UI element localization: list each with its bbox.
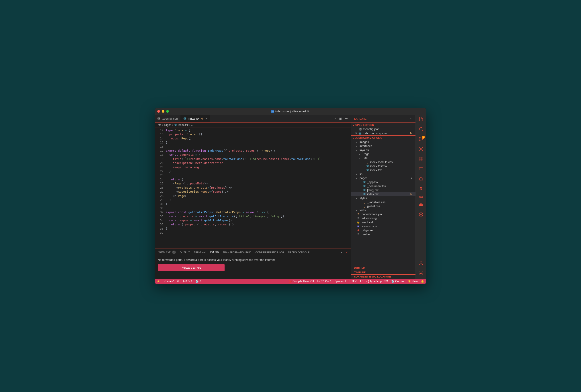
open-editors-section[interactable]: ⌄ OPEN EDITORS	[351, 122, 416, 127]
close-icon[interactable]: ✕	[346, 251, 348, 254]
more-icon[interactable]: ⋯	[345, 117, 348, 120]
eol[interactable]: LF	[360, 280, 363, 283]
problems-indicator[interactable]: ⊘ 0 ⚠ 1	[182, 280, 192, 283]
notifications-icon[interactable]: 🔔	[421, 280, 424, 283]
sync-icon[interactable]: ⟳	[177, 280, 179, 283]
tree-folder[interactable]: ▸interfaces	[351, 144, 416, 148]
body: ⊙ tsconfig.json index.tsx M ✕ ⇄ ◫ ⋯	[154, 115, 426, 279]
more-icon[interactable]: ⋯	[420, 222, 422, 226]
tree-folder[interactable]: ▾pages●	[351, 176, 416, 180]
panel-tab-debug-console[interactable]: DEBUG CONSOLE	[288, 251, 310, 254]
tree-file[interactable]: _document.tsx	[351, 184, 416, 188]
svg-point-0	[185, 118, 185, 119]
debug-icon[interactable]	[418, 146, 424, 152]
section-timeline[interactable]: ›TIMELINE	[351, 270, 416, 274]
account-icon[interactable]	[418, 261, 424, 267]
aws-icon[interactable]: aws	[419, 195, 424, 198]
panel-tab-code-reference-log[interactable]: CODE REFERENCE LOG	[255, 251, 284, 254]
file-icon	[366, 168, 369, 172]
close-icon[interactable]: ✕	[355, 132, 357, 135]
editor-zone: ⊙ tsconfig.json index.tsx M ✕ ⇄ ◫ ⋯	[154, 115, 351, 279]
open-editor-item[interactable]: ⊙tsconfig.json	[351, 127, 416, 131]
wave-icon[interactable]	[418, 212, 424, 218]
tree-file[interactable]: ◉.eslintrc.json	[351, 224, 416, 228]
tab-index[interactable]: index.tsx M ✕	[181, 115, 210, 122]
panel-tab-terminal[interactable]: TERMINAL	[194, 251, 206, 254]
panel-tab-problems[interactable]: PROBLEMS1	[158, 250, 176, 254]
chevron-icon: ▾	[359, 157, 362, 159]
tree-file[interactable]: ◈.gitignore	[351, 228, 416, 232]
section-sonarlint-issue-locations[interactable]: ›SONARLINT ISSUE LOCATIONS	[351, 274, 416, 279]
panel-tab-output[interactable]: OUTPUT	[180, 251, 190, 254]
remote-icon[interactable]	[418, 166, 424, 172]
branch-indicator[interactable]: ⎇ main*	[163, 280, 174, 283]
close-icon[interactable]: ✕	[205, 117, 208, 120]
forward-port-button[interactable]: Forward a Port	[158, 264, 224, 271]
tree-folder[interactable]: ▾Site	[351, 156, 416, 160]
panel-tab-transformation-hub[interactable]: TRANSFORMATION HUB	[223, 251, 252, 254]
breadcrumb[interactable]: src › pages › index.tsx › ...	[154, 122, 351, 128]
tree-file[interactable]: ≡.prettierrc	[351, 232, 416, 236]
svg-point-16	[367, 170, 368, 170]
breadcrumb-item[interactable]: ...	[191, 124, 193, 126]
open-editor-item[interactable]: ✕index.tsxsrc/pagesM	[351, 131, 416, 136]
tree-file[interactable]: 🔒.env.local	[351, 220, 416, 224]
encoding[interactable]: UTF-8	[350, 280, 357, 283]
remote-icon[interactable]: ⚡	[157, 280, 160, 283]
tree-file[interactable]: {}global.css	[351, 204, 416, 208]
radio-indicator[interactable]: 📡 0	[195, 280, 201, 283]
tree-file[interactable]: _app.tsx	[351, 180, 416, 184]
language-mode[interactable]: { } TypeScript JSX	[366, 280, 388, 283]
tree-folder[interactable]: ▸Page	[351, 152, 416, 156]
minimize-window[interactable]	[162, 110, 164, 113]
cursor-position[interactable]: Ln 37, Col 1	[317, 280, 332, 283]
tree-file[interactable]: {}index.module.css	[351, 160, 416, 164]
explorer-icon[interactable]	[418, 116, 424, 122]
tree-folder[interactable]: ▸images	[351, 140, 416, 144]
file-icon: ≡	[356, 216, 360, 220]
hex-icon[interactable]	[418, 176, 424, 183]
maximize-icon[interactable]: ∧	[341, 251, 343, 254]
close-window[interactable]	[157, 110, 160, 113]
tree-file[interactable]: index.test.tsx	[351, 164, 416, 168]
split-icon[interactable]: ◫	[339, 117, 342, 120]
project-section[interactable]: ⌄ JUDITKARAMAZFOLIO	[351, 136, 416, 140]
breadcrumb-item[interactable]: pages	[164, 124, 171, 126]
file-icon	[363, 180, 366, 184]
tree-file[interactable]: index.tsx	[351, 168, 416, 172]
maximize-window[interactable]	[166, 110, 169, 113]
go-live[interactable]: 📡 Go Live	[391, 280, 404, 283]
tree-file[interactable]: [slug].tsx	[351, 188, 416, 192]
ninja[interactable]: ✨ Ninja	[408, 280, 418, 283]
tree-folder[interactable]: ▾layouts	[351, 148, 416, 152]
code-content[interactable]: type Props = { projects: Project[] repos…	[166, 128, 351, 248]
chevron-icon: ▸	[356, 173, 359, 175]
tree-file[interactable]: ≡.editorconfig	[351, 216, 416, 220]
more-icon[interactable]: ⋯	[410, 117, 412, 120]
more-icon[interactable]: ⋯	[335, 251, 338, 254]
svg-rect-44	[421, 159, 423, 161]
code-editor[interactable]: 1213141516171819202122232425262728293031…	[154, 128, 351, 248]
tab-tsconfig[interactable]: ⊙ tsconfig.json	[154, 115, 181, 122]
breadcrumb-item[interactable]: index.tsx	[178, 124, 188, 126]
tree-folder[interactable]: ▸lib	[351, 172, 416, 176]
tree-file[interactable]: {}_variables.css	[351, 200, 416, 204]
r-icon[interactable]: R	[420, 187, 422, 191]
docker-icon[interactable]	[418, 202, 424, 208]
breadcrumb-item[interactable]: src	[158, 124, 161, 126]
file-icon: ◈	[356, 228, 360, 232]
settings-icon[interactable]	[418, 271, 424, 277]
tree-folder[interactable]: ▸tests	[351, 208, 416, 212]
search-icon[interactable]	[418, 126, 424, 132]
compare-icon[interactable]: ⇄	[333, 117, 336, 120]
tree-file[interactable]: index.tsxM	[351, 192, 416, 196]
file-icon: 🔒	[356, 220, 360, 224]
source-control-icon[interactable]: 1	[418, 136, 424, 142]
tree-file[interactable]: Y.codeclimate.yml	[351, 212, 416, 216]
tree-folder[interactable]: ▾styles	[351, 196, 416, 200]
extensions-icon[interactable]	[418, 156, 424, 162]
indentation[interactable]: Spaces: 2	[334, 280, 346, 283]
section-outline[interactable]: ›OUTLINE	[351, 266, 416, 270]
compile-hero[interactable]: 🚫 Compile Hero: Off	[288, 280, 314, 283]
panel-tab-ports[interactable]: PORTS	[210, 250, 219, 254]
